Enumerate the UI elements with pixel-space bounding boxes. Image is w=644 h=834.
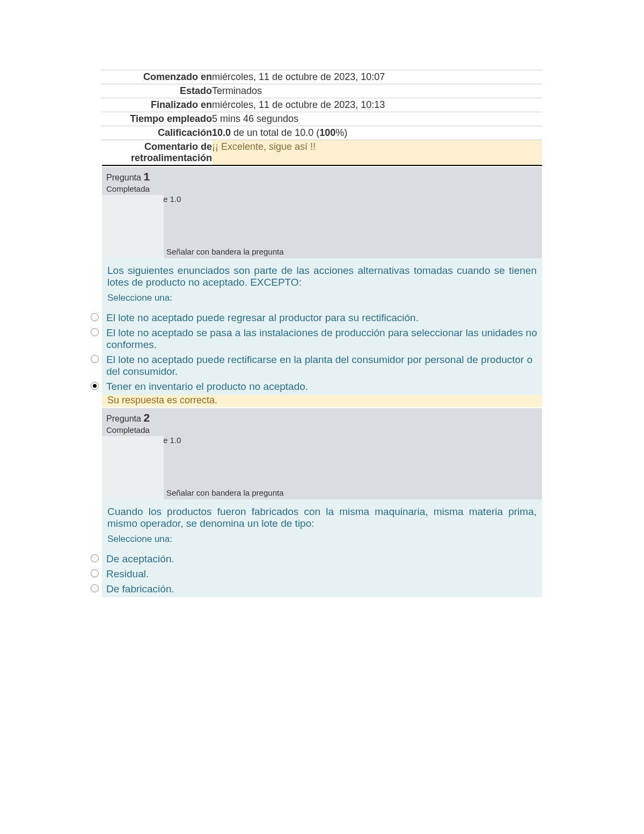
summary-state-label: Estado	[102, 84, 212, 98]
options-area-1: El lote no aceptado puede regresar al pr…	[90, 311, 542, 395]
summary-finished-value: miércoles, 11 de octubre de 2023, 10:13	[212, 98, 542, 112]
question-block-1: Pregunta 1 Completada Puntúa 1.0 sobre 1…	[102, 167, 542, 407]
flag-label[interactable]: Señalar con bandera la pregunta	[166, 488, 284, 497]
question-number-label: Pregunta 1	[106, 170, 538, 183]
radio-col[interactable]	[90, 326, 102, 353]
radio-icon[interactable]	[91, 382, 99, 390]
flag-icon[interactable]	[102, 195, 164, 258]
question-status: Completada	[106, 184, 538, 193]
option-row[interactable]: El lote no aceptado puede rectificarse e…	[90, 353, 542, 380]
option-row[interactable]: Residual.	[90, 567, 542, 582]
option-row[interactable]: El lote no aceptado se pasa a las instal…	[90, 326, 542, 353]
answer-feedback: Su respuesta es correcta.	[102, 394, 542, 407]
flag-label[interactable]: Señalar con bandera la pregunta	[166, 247, 284, 256]
question-mark: Puntúa 1.0 sobre 1.0	[106, 194, 538, 204]
option-label[interactable]: Residual.	[102, 567, 542, 582]
summary-time-label: Tiempo empleado	[102, 112, 212, 126]
question-body-2: Cuando los productos fueron fabricados c…	[102, 499, 542, 552]
question-status: Completada	[106, 425, 538, 434]
question-prefix: Pregunta	[106, 414, 143, 423]
summary-time-value: 5 mins 46 segundos	[212, 112, 542, 126]
radio-col[interactable]	[90, 353, 102, 380]
question-info-2: Pregunta 2 Completada Puntúa 1.0 sobre 1…	[102, 408, 542, 499]
grade-between: de un total de 10.0 (	[231, 127, 319, 138]
option-label[interactable]: De fabricación.	[102, 582, 542, 597]
summary-state-value: Terminados	[212, 84, 542, 98]
summary-started-label: Comenzado en	[102, 70, 212, 84]
radio-icon[interactable]	[91, 554, 99, 562]
radio-icon[interactable]	[91, 313, 99, 321]
select-one-label: Seleccione una:	[107, 534, 537, 545]
question-body-1: Los siguientes enunciados son parte de l…	[102, 258, 542, 311]
attempt-summary-table: Comenzado en miércoles, 11 de octubre de…	[102, 70, 542, 166]
radio-col[interactable]	[90, 567, 102, 582]
question-mark: Puntúa 1.0 sobre 1.0	[106, 436, 538, 445]
summary-started-value: miércoles, 11 de octubre de 2023, 10:07	[212, 70, 542, 84]
summary-finished-label: Finalizado en	[102, 98, 212, 112]
grade-score: 10.0	[212, 127, 231, 138]
summary-grade-value: 10.0 de un total de 10.0 (100%)	[212, 126, 542, 140]
question-text: Los siguientes enunciados son parte de l…	[107, 265, 537, 288]
summary-feedback-value: ¡¡ Excelente, sigue así !!	[212, 140, 542, 166]
flag-icon[interactable]	[102, 436, 164, 499]
question-block-2: Pregunta 2 Completada Puntúa 1.0 sobre 1…	[102, 408, 542, 597]
summary-feedback-label: Comentario de retroalimentación	[102, 140, 212, 166]
option-label[interactable]: El lote no aceptado puede rectificarse e…	[102, 353, 542, 380]
radio-icon[interactable]	[91, 355, 99, 363]
question-number: 1	[143, 170, 150, 183]
grade-after: %)	[335, 127, 347, 138]
options-area-2: De aceptación. Residual. De fabricación.	[90, 552, 542, 597]
question-text: Cuando los productos fueron fabricados c…	[107, 506, 537, 530]
option-row[interactable]: Tener en inventario el producto no acept…	[90, 380, 542, 395]
option-row[interactable]: El lote no aceptado puede regresar al pr…	[90, 311, 542, 326]
radio-icon[interactable]	[91, 584, 99, 592]
radio-col[interactable]	[90, 582, 102, 597]
radio-icon[interactable]	[91, 569, 99, 577]
radio-icon[interactable]	[91, 328, 99, 336]
select-one-label: Seleccione una:	[107, 293, 537, 303]
option-label[interactable]: El lote no aceptado puede regresar al pr…	[102, 311, 542, 326]
option-label[interactable]: El lote no aceptado se pasa a las instal…	[102, 326, 542, 353]
radio-col[interactable]	[90, 311, 102, 326]
option-label[interactable]: De aceptación.	[102, 552, 542, 567]
radio-col[interactable]	[90, 380, 102, 395]
question-number: 2	[143, 411, 150, 424]
option-row[interactable]: De aceptación.	[90, 552, 542, 567]
question-prefix: Pregunta	[106, 173, 143, 182]
option-row[interactable]: De fabricación.	[90, 582, 542, 597]
radio-col[interactable]	[90, 552, 102, 567]
grade-percent: 100	[319, 127, 335, 138]
question-info-1: Pregunta 1 Completada Puntúa 1.0 sobre 1…	[102, 167, 542, 258]
summary-grade-label: Calificación	[102, 126, 212, 140]
question-number-label: Pregunta 2	[106, 411, 538, 424]
option-label[interactable]: Tener en inventario el producto no acept…	[102, 380, 542, 395]
